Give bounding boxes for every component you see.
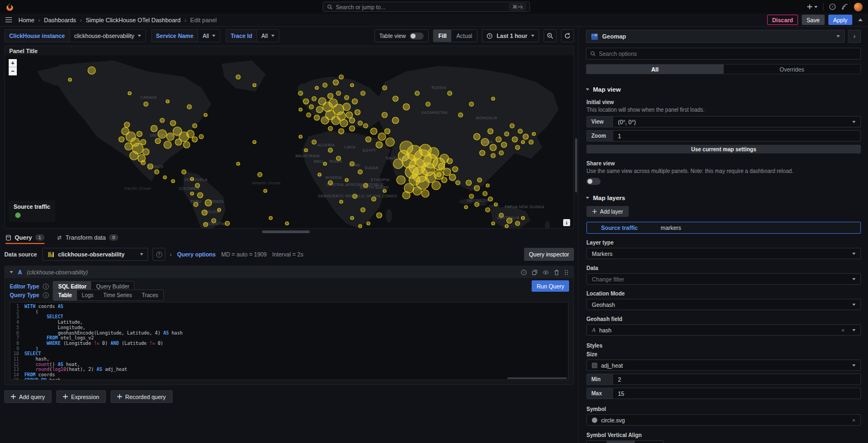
map-marker[interactable]: [466, 180, 471, 185]
section-map-layers[interactable]: Map layers: [586, 195, 861, 201]
map-marker[interactable]: [366, 137, 371, 142]
map-marker[interactable]: [141, 139, 146, 145]
query-type-logs[interactable]: Logs: [77, 290, 99, 300]
size-field-select[interactable]: adj_heat: [586, 359, 861, 371]
map-marker[interactable]: [358, 170, 362, 174]
map-marker[interactable]: [363, 124, 368, 128]
query-row-header[interactable]: A (clickhouse-observability) ?: [5, 266, 573, 278]
breadcrumb-dashboards[interactable]: Dashboards: [44, 17, 76, 23]
map-marker[interactable]: [437, 172, 441, 177]
map-marker[interactable]: [345, 178, 348, 182]
map-marker[interactable]: [344, 95, 349, 100]
map-marker[interactable]: [385, 129, 390, 134]
map-marker[interactable]: [481, 138, 489, 146]
map-marker[interactable]: [486, 184, 489, 187]
map-marker[interactable]: [190, 177, 194, 181]
map-marker[interactable]: [298, 91, 303, 95]
query-type-table[interactable]: Table: [53, 290, 76, 300]
geomap-canvas[interactable]: RUSSIACANADAUNITED STATESMEXICOVENEZUELA…: [5, 55, 573, 229]
grafana-logo-icon[interactable]: [5, 3, 14, 11]
map-marker[interactable]: [336, 156, 341, 160]
map-marker[interactable]: [505, 224, 508, 228]
map-marker[interactable]: [160, 118, 164, 123]
breadcrumb-home[interactable]: Home: [18, 17, 34, 23]
map-marker[interactable]: [190, 192, 194, 195]
map-marker[interactable]: [187, 105, 192, 109]
map-marker[interactable]: [299, 135, 302, 138]
duplicate-query-icon[interactable]: [532, 269, 538, 275]
map-marker[interactable]: [269, 216, 272, 220]
map-marker[interactable]: [492, 97, 495, 100]
map-marker[interactable]: [314, 115, 320, 120]
map-marker[interactable]: [352, 99, 358, 104]
clear-icon[interactable]: ×: [852, 417, 856, 423]
map-marker[interactable]: [507, 218, 512, 223]
map-marker[interactable]: [331, 116, 340, 125]
view-select[interactable]: (0°, 0°): [612, 116, 861, 127]
map-marker[interactable]: [492, 222, 495, 225]
map-marker[interactable]: [309, 105, 314, 109]
panel-title[interactable]: Panel Title: [5, 46, 573, 55]
variable-trace-id-value[interactable]: All: [257, 29, 279, 42]
tab-overrides[interactable]: Overrides: [724, 65, 861, 74]
news-icon[interactable]: [841, 3, 848, 10]
map-marker[interactable]: [346, 112, 353, 118]
share-view-toggle[interactable]: [586, 178, 601, 185]
map-marker[interactable]: [403, 191, 410, 199]
discard-button[interactable]: Discard: [767, 15, 798, 25]
map-marker[interactable]: [448, 91, 452, 95]
map-zoom-out-button[interactable]: −: [9, 67, 17, 75]
map-marker[interactable]: [397, 176, 405, 184]
geohash-field-select[interactable]: A hash ×: [586, 324, 861, 336]
apply-button[interactable]: Apply: [828, 15, 852, 25]
map-marker[interactable]: [363, 183, 368, 188]
map-marker[interactable]: [469, 194, 474, 198]
map-marker[interactable]: [510, 124, 514, 128]
map-marker[interactable]: [144, 102, 148, 106]
map-marker[interactable]: [143, 149, 149, 155]
user-avatar[interactable]: [854, 3, 863, 11]
map-marker[interactable]: [501, 142, 507, 147]
map-marker[interactable]: [358, 121, 362, 125]
map-marker[interactable]: [68, 78, 72, 81]
map-marker[interactable]: [488, 129, 493, 134]
delete-query-icon[interactable]: [554, 269, 559, 275]
map-marker[interactable]: [193, 124, 197, 128]
map-marker[interactable]: [477, 178, 482, 182]
map-marker[interactable]: [393, 96, 398, 101]
map-marker[interactable]: [194, 202, 198, 207]
min-input[interactable]: 2: [612, 374, 861, 385]
map-marker[interactable]: [415, 91, 419, 95]
run-query-button[interactable]: Run Query: [532, 280, 569, 292]
map-marker[interactable]: [426, 102, 430, 106]
map-marker[interactable]: [343, 103, 350, 111]
map-marker[interactable]: [340, 119, 348, 127]
map-marker[interactable]: [488, 197, 493, 201]
zoom-input[interactable]: 1: [612, 130, 861, 142]
map-marker[interactable]: [339, 75, 343, 79]
map-marker[interactable]: [443, 168, 451, 176]
map-marker[interactable]: [141, 160, 145, 165]
map-marker[interactable]: [171, 179, 175, 183]
use-current-map-settings-button[interactable]: Use current map settings: [586, 145, 861, 153]
map-marker[interactable]: [218, 208, 221, 211]
map-marker[interactable]: [382, 112, 387, 118]
sql-editor[interactable]: 1WITH coords AS2 (3 SELECT4 Latitude,5 L…: [10, 302, 569, 380]
query-options[interactable]: › Query options MD = auto = 1909 Interva…: [170, 251, 303, 258]
map-marker[interactable]: [315, 86, 318, 89]
map-marker[interactable]: [328, 181, 333, 185]
map-marker[interactable]: [124, 122, 130, 127]
valign-center[interactable]: Center: [607, 441, 635, 443]
map-marker[interactable]: [192, 137, 197, 142]
max-input[interactable]: 15: [612, 388, 861, 399]
map-marker[interactable]: [158, 130, 167, 138]
map-marker[interactable]: [371, 128, 377, 134]
table-view-toggle[interactable]: Table view: [374, 29, 429, 42]
map-marker[interactable]: [361, 91, 365, 95]
map-marker[interactable]: [312, 140, 316, 144]
map-marker[interactable]: [128, 92, 131, 95]
map-marker[interactable]: [204, 113, 207, 117]
panel-resize-handle[interactable]: [262, 230, 310, 233]
code-horizontal-scrollbar[interactable]: [507, 377, 567, 379]
map-marker[interactable]: [264, 189, 267, 192]
